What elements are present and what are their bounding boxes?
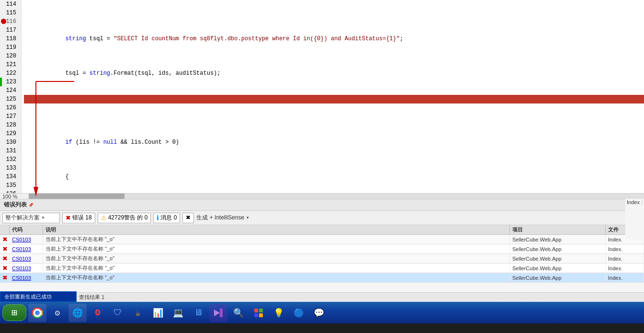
- row-error-icon: ✖: [2, 245, 8, 253]
- line-num-134: 134: [0, 172, 19, 181]
- info-count-button[interactable]: ℹ 消息 0: [153, 213, 180, 223]
- error-list-pin-icon[interactable]: 📌: [28, 203, 34, 207]
- filter-button[interactable]: ✖: [182, 213, 194, 223]
- taskbar-visual-studio-icon[interactable]: [209, 304, 227, 322]
- row-file: Index.: [606, 264, 644, 273]
- build-dropdown[interactable]: 生成 + IntelliSense ▼: [196, 214, 249, 222]
- line-num-118: 118: [0, 34, 19, 43]
- error-row-selected[interactable]: ✖ CS0103 当前上下文中不存在名称 "_o" SellerCube.Web…: [0, 273, 644, 283]
- code-editor[interactable]: 114 115 116 117 118 119 120 121 122 123 …: [0, 0, 644, 199]
- row-icon: ✖: [0, 264, 10, 273]
- svg-marker-8: [214, 310, 220, 316]
- warning-count-button[interactable]: ⚠ 42729警告 的 0: [98, 213, 151, 223]
- line-num-133: 133: [0, 164, 19, 172]
- row-file: Index.: [606, 254, 644, 263]
- line-num-129: 129: [0, 129, 19, 138]
- build-dropdown-arrow: ▼: [246, 216, 249, 220]
- taskbar: ⊞ ⚙ 🌐 O 🛡: [0, 302, 644, 323]
- taskbar-java-icon[interactable]: ☕: [129, 304, 147, 322]
- taskbar-spreadsheet-icon[interactable]: 📊: [149, 304, 167, 322]
- row-error-icon: ✖: [2, 236, 8, 243]
- taskbar-chrome-icon[interactable]: [28, 304, 46, 322]
- taskbar-wechat-icon[interactable]: 💬: [310, 304, 328, 322]
- code-line-118: {: [24, 164, 644, 172]
- row-project: SellerCube.Web.App: [510, 264, 606, 273]
- dropdown-arrow-icon: ▼: [41, 216, 45, 220]
- scrollbar-track[interactable]: [29, 194, 644, 199]
- error-row[interactable]: ✖ CS0103 当前上下文中不存在名称 "_o" SellerCube.Web…: [0, 254, 644, 264]
- error-count-button[interactable]: ✖ 错误 18: [62, 213, 95, 223]
- line-num-122: 122: [0, 69, 19, 78]
- row-code: CS0103: [10, 235, 43, 244]
- tab-find-results[interactable]: 查找结果 1: [78, 293, 106, 302]
- row-project: SellerCube.Web.App: [510, 235, 606, 244]
- col-header-icon[interactable]: [0, 225, 10, 234]
- line-num-116: 116: [0, 17, 19, 26]
- row-error-icon: ✖: [2, 264, 8, 272]
- line-num-123: 123: [0, 78, 19, 86]
- col-header-project[interactable]: 项目: [510, 225, 606, 234]
- error-icon: ✖: [66, 214, 71, 221]
- code-line-114: string tsql = "SELECT Id countNum from s…: [24, 26, 644, 34]
- col-header-desc[interactable]: 说明: [43, 225, 510, 234]
- line-num-131: 131: [0, 147, 19, 155]
- row-code: CS0103: [10, 254, 43, 263]
- start-button[interactable]: ⊞: [2, 304, 26, 321]
- col-header-code[interactable]: 代码: [10, 225, 43, 234]
- row-project: SellerCube.Web.App: [510, 254, 606, 263]
- warning-icon: ⚠: [101, 214, 107, 221]
- code-line-117: if (lis != null && lis.Count > 0): [24, 129, 644, 138]
- taskbar-container: 全部重新生成已成功 ⊞ ⚙ 🌐: [0, 302, 644, 323]
- line-num-127: 127: [0, 112, 19, 121]
- error-row[interactable]: ✖ CS0103 当前上下文中不存在名称 "_o" SellerCube.Web…: [0, 235, 644, 244]
- svg-rect-12: [259, 313, 263, 317]
- bottom-tabs-bar: 程序包管理器控制台 输出 查找结果 1: [0, 292, 644, 302]
- row-code: CS0103: [10, 273, 43, 282]
- svg-rect-11: [254, 313, 258, 317]
- row-desc: 当前上下文中不存在名称 "_o": [43, 244, 510, 253]
- line-numbers: 114 115 116 117 118 119 120 121 122 123 …: [0, 0, 22, 199]
- row-error-icon: ✖: [2, 255, 8, 262]
- editor-horizontal-scrollbar[interactable]: 100 %: [0, 193, 644, 199]
- row-icon: ✖: [0, 235, 10, 244]
- scrollbar-thumb[interactable]: [29, 194, 124, 199]
- error-toolbar: 整个解决方案 ▼ ✖ 错误 18 ⚠ 42729警告 的 0 ℹ 消息 0 ✖ …: [0, 211, 644, 225]
- taskbar-ie-icon[interactable]: 🌐: [68, 304, 87, 322]
- row-desc: 当前上下文中不存在名称 "_o": [43, 235, 510, 244]
- line-num-126: 126: [0, 103, 19, 112]
- code-line-115: tsql = string.Format(tsql, ids, auditSta…: [24, 60, 644, 69]
- row-desc: 当前上下文中不存在名称 "_o": [43, 264, 510, 273]
- taskbar-grid-icon[interactable]: [249, 304, 268, 322]
- svg-rect-10: [259, 309, 263, 312]
- row-code: CS0103: [10, 264, 43, 273]
- row-code: CS0103: [10, 244, 43, 253]
- error-row[interactable]: ✖ CS0103 当前上下文中不存在名称 "_o" SellerCube.Web…: [0, 264, 644, 273]
- solution-label: 整个解决方案: [5, 214, 40, 222]
- warning-count-label: 42729警告 的 0: [108, 214, 148, 222]
- solution-dropdown[interactable]: 整个解决方案 ▼: [2, 213, 60, 223]
- taskbar-opera-icon[interactable]: O: [89, 304, 107, 322]
- error-list-title: 错误列表: [4, 201, 27, 209]
- line-num-130: 130: [0, 138, 19, 147]
- row-desc: 当前上下文中不存在名称 "_o": [43, 254, 510, 263]
- index-label: Index :: [625, 199, 644, 240]
- row-icon: ✖: [0, 244, 10, 253]
- taskbar-browser-orange-icon[interactable]: 🔍: [229, 304, 248, 322]
- zoom-label: 100 %: [2, 193, 17, 199]
- taskbar-monitor-icon[interactable]: 🖥: [189, 304, 207, 322]
- line-num-114: 114: [0, 0, 19, 9]
- line-num-125: 125: [0, 95, 19, 103]
- line-num-115: 115: [0, 9, 19, 17]
- error-row[interactable]: ✖ CS0103 当前上下文中不存在名称 "_o" SellerCube.Web…: [0, 244, 644, 254]
- svg-rect-9: [254, 309, 258, 312]
- info-icon: ℹ: [157, 214, 159, 221]
- taskbar-computer-icon[interactable]: 💻: [169, 304, 187, 322]
- taskbar-tools-icon[interactable]: ⚙: [48, 304, 67, 322]
- error-table-header: 代码 说明 项目 文件: [0, 225, 644, 235]
- line-num-119: 119: [0, 43, 19, 52]
- taskbar-blue-circle-icon[interactable]: 🔵: [290, 304, 308, 322]
- row-file: Index.: [606, 273, 644, 282]
- taskbar-shield-icon[interactable]: 🛡: [109, 304, 127, 322]
- info-count-label: 消息 0: [160, 214, 177, 222]
- taskbar-lightbulb-icon[interactable]: 💡: [270, 304, 288, 322]
